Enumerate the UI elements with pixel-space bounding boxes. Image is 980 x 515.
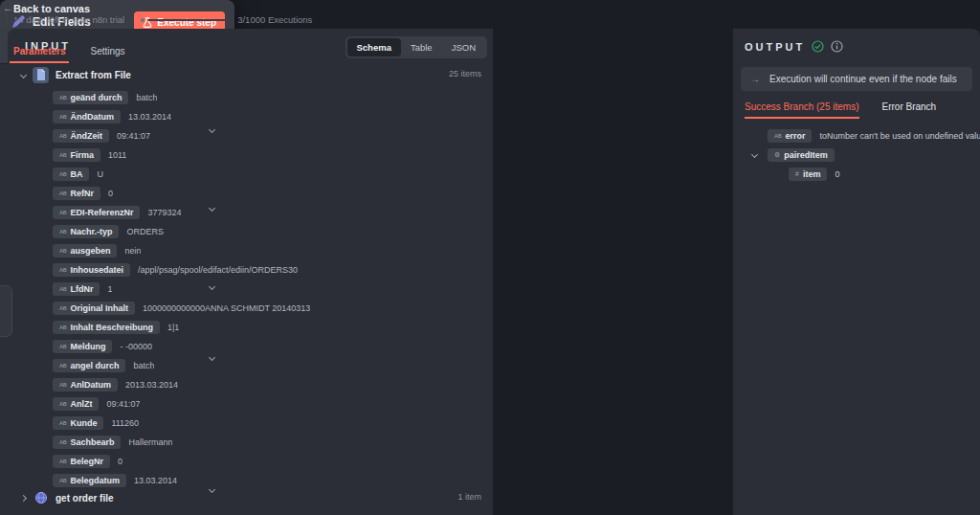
back-to-canvas-link[interactable]: Back to canvas (13, 3, 90, 14)
schema-field-row[interactable]: ABÄndDatum13.03.2014 (53, 109, 483, 123)
view-tab-schema[interactable]: Schema (347, 38, 401, 56)
schema-field-row[interactable]: ABMeldung- -00000 (53, 339, 483, 353)
string-type-icon: AB (59, 248, 66, 254)
tab-parameters[interactable]: Parameters (11, 46, 67, 63)
field-value: 1011 (108, 150, 126, 160)
output-key-pill[interactable]: #item (789, 168, 827, 181)
field-key-pill[interactable]: ABBA (53, 168, 89, 181)
output-key: pairedItem (784, 150, 828, 160)
field-key-pill[interactable]: ABBelegdatum (53, 474, 126, 487)
schema-field-row[interactable]: ABKunde111260 (53, 415, 483, 430)
output-tree-row[interactable]: ⚙pairedItem (745, 147, 972, 162)
schema-field-row[interactable]: ABLfdNr1 (53, 281, 483, 296)
view-tab-table[interactable]: Table (401, 38, 442, 56)
schema-field-row[interactable]: ABAnlDatum2013.03.2014 (53, 377, 483, 392)
schema-field-row[interactable]: ABBAU (53, 167, 483, 181)
number-type-icon: # (795, 170, 799, 177)
tab-settings[interactable]: Settings (88, 46, 126, 63)
trial-countdown-text: 14 days left in your n8n trial (13, 14, 124, 25)
schema-field-row[interactable]: ABSachbearbHallermann (53, 435, 483, 449)
schema-field-row[interactable]: ABausgebennein (53, 243, 483, 258)
view-tab-json[interactable]: JSON (442, 38, 485, 56)
field-key: ausgeben (70, 246, 110, 256)
output-key: error (785, 131, 805, 141)
field-key: AnlZt (70, 399, 92, 409)
field-value: U (97, 169, 103, 179)
info-icon[interactable] (831, 40, 843, 53)
field-key-pill[interactable]: ABÄndDatum (53, 110, 121, 123)
output-panel: OUTPUT → Execution will continue even if… (733, 29, 980, 515)
schema-field-row[interactable]: ABEDI-ReferenzNr3779324 (53, 205, 483, 219)
input-node-extract-from-file[interactable]: Extract from File (21, 65, 483, 84)
field-key-pill[interactable]: ABNachr.-typ (53, 225, 119, 238)
output-value: 0 (835, 169, 839, 179)
schema-field-row[interactable]: ABFirma1011 (53, 147, 483, 162)
panel-collapse-handle[interactable] (0, 285, 12, 337)
string-type-icon: AB (774, 133, 781, 139)
schema-field-row[interactable]: ABBelegNr0 (53, 454, 483, 468)
field-key-pill[interactable]: ABOriginal Inhalt (53, 302, 135, 315)
field-value: 13.03.2014 (134, 476, 177, 485)
field-key-pill[interactable]: ABInhousedatei (53, 263, 130, 277)
field-key-pill[interactable]: ABMeldung (53, 340, 112, 353)
output-tab-success-branch[interactable]: Success Branch (25 items) (745, 101, 859, 119)
back-arrow-icon[interactable]: ← (3, 2, 13, 13)
schema-field-row[interactable]: ABOriginal Inhalt1000000000000ANNA SCHMI… (53, 301, 483, 315)
field-value: batch (136, 93, 157, 102)
field-key: angel durch (70, 361, 119, 370)
extract-from-file-node-icon (33, 67, 49, 83)
input-node-get-order-file[interactable]: get order file (21, 488, 483, 507)
field-value: 1000000000000ANNA SCHMIDT 20140313 (143, 303, 310, 313)
field-key-pill[interactable]: ABgeänd durch (53, 91, 128, 104)
output-key-pill[interactable]: ⚙pairedItem (768, 148, 835, 162)
field-key-pill[interactable]: ABEDI-ReferenzNr (53, 206, 140, 219)
executions-progress-bar (147, 19, 230, 21)
field-key-pill[interactable]: ABRefNr (53, 187, 100, 200)
field-key-pill[interactable]: ABSachbearb (53, 436, 121, 449)
schema-field-row[interactable]: ABBelegdatum13.03.2014 (53, 473, 483, 487)
schema-field-row[interactable]: ABInhalt Beschreibung1|1 (53, 320, 483, 334)
output-key-pill[interactable]: ABerror (768, 129, 812, 143)
field-key-pill[interactable]: ABAnlZt (53, 397, 99, 411)
field-key-pill[interactable]: ABLfdNr (53, 282, 100, 296)
field-value: /appl/psag/spool/edifact/ediin/ORDERS30 (138, 265, 298, 275)
schema-field-row[interactable]: ABangel durchbatch (53, 358, 483, 372)
field-value: 09:41:07 (117, 131, 150, 141)
schema-field-row[interactable]: ABRefNr0 (53, 186, 483, 200)
field-key-pill[interactable]: ABBelegNr (53, 455, 110, 468)
field-key-pill[interactable]: ABÄndZeit (53, 129, 109, 143)
field-key-pill[interactable]: ABausgeben (53, 244, 117, 258)
object-type-icon: ⚙ (774, 151, 780, 159)
string-type-icon: AB (59, 401, 66, 407)
chevron-down-icon[interactable] (751, 151, 758, 158)
field-key: Inhousedatei (70, 265, 123, 275)
executions-count: 3/1000 Executions (237, 14, 312, 25)
field-key-pill[interactable]: ABFirma (53, 148, 100, 162)
string-type-icon: AB (59, 325, 66, 330)
field-key: Belegdatum (70, 476, 120, 485)
field-key-pill[interactable]: ABAnlDatum (53, 378, 118, 392)
schema-field-row[interactable]: ABgeänd durchbatch (53, 90, 483, 104)
output-panel-title: OUTPUT (745, 41, 805, 53)
output-tab-error-branch[interactable]: Error Branch (882, 101, 937, 119)
arrow-right-icon: → (750, 74, 760, 84)
field-value: 0 (108, 189, 113, 198)
field-key: AnlDatum (70, 380, 111, 390)
string-type-icon: AB (59, 459, 66, 464)
schema-field-row[interactable]: ABNachr.-typORDERS (53, 224, 483, 238)
schema-field-row[interactable]: ABÄndZeit09:41:07 (53, 128, 483, 143)
field-key-pill[interactable]: ABangel durch (53, 359, 125, 372)
schema-field-row[interactable]: ABAnlZt09:41:07 (53, 396, 483, 411)
schema-field-row[interactable]: ABInhousedatei/appl/psag/spool/edifact/e… (53, 262, 483, 277)
chevron-down-icon[interactable] (20, 71, 27, 78)
string-type-icon: AB (59, 267, 66, 273)
field-value: 1|1 (167, 323, 179, 332)
field-key-pill[interactable]: ABInhalt Beschreibung (53, 321, 160, 334)
string-type-icon: AB (59, 420, 66, 426)
field-value: 13.03.2014 (128, 112, 171, 122)
chevron-right-icon[interactable] (20, 494, 27, 501)
output-tree-row[interactable]: #item0 (745, 167, 972, 181)
field-key: Kunde (70, 418, 97, 428)
field-key-pill[interactable]: ABKunde (53, 416, 103, 430)
output-tree-row[interactable]: ABerrortoNumber can't be used on undefin… (745, 128, 972, 143)
